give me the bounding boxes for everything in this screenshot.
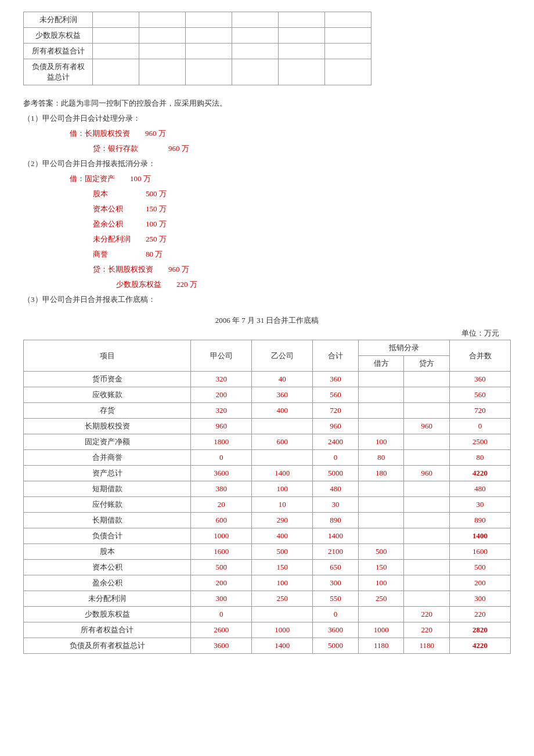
top-row-label: 少数股东权益 (24, 28, 93, 44)
row-cell (404, 544, 450, 560)
table-row: 资产总计3600140050001809604220 (24, 466, 511, 481)
dai2-2: 少数股东权益 220 万 (23, 277, 511, 292)
table-row: 少数股东权益00220220 (24, 607, 511, 622)
row-cell: 2820 (450, 622, 511, 638)
row-cell: 720 (313, 403, 359, 419)
top-row-cell (139, 59, 186, 85)
row-item-label: 存货 (24, 403, 191, 419)
col-header-combined: 合并数 (450, 340, 511, 372)
row-cell: 10 (252, 497, 313, 513)
top-row-cell (186, 12, 232, 28)
row-cell: 960 (191, 419, 252, 434)
row-cell: 80 (358, 450, 404, 466)
row-cell: 1000 (358, 622, 404, 638)
row-cell: 560 (313, 387, 359, 403)
top-row-cell (93, 59, 139, 85)
row-cell: 30 (313, 497, 359, 513)
top-row-cell (186, 44, 232, 59)
top-row-cell (325, 59, 371, 85)
row-cell: 1000 (252, 622, 313, 638)
row-cell: 20 (191, 497, 252, 513)
row-cell: 4220 (450, 466, 511, 481)
table-row: 负债及所有者权益总计360014005000118011804220 (24, 638, 511, 654)
row-cell: 200 (450, 575, 511, 591)
row-cell: 220 (404, 607, 450, 622)
row-cell (358, 528, 404, 544)
table-row: 存货320400720720 (24, 403, 511, 419)
row-cell (358, 403, 404, 419)
row-cell: 300 (313, 575, 359, 591)
row-cell: 650 (313, 560, 359, 575)
row-cell: 550 (313, 591, 359, 607)
row-item-label: 少数股东权益 (24, 607, 191, 622)
row-cell (404, 387, 450, 403)
row-cell: 1400 (313, 528, 359, 544)
row-item-label: 盈余公积 (24, 575, 191, 591)
row-item-label: 资本公积 (24, 560, 191, 575)
top-row-cell (325, 28, 371, 44)
work-table: 项目 甲公司 乙公司 合计 抵销分录 合并数 借方 贷方 货币资金3204036… (23, 340, 511, 654)
row-cell: 100 (358, 434, 404, 450)
top-row-label: 负债及所有者权益总计 (24, 59, 93, 85)
table-row: 负债合计100040014001400 (24, 528, 511, 544)
row-cell: 0 (313, 450, 359, 466)
answer-section: 参考答案：此题为非同一控制下的控股合并，应采用购买法。 （1）甲公司合并日会计处… (23, 96, 511, 307)
row-cell: 250 (358, 591, 404, 607)
row-cell (404, 372, 450, 387)
row-cell: 40 (252, 372, 313, 387)
top-row-cell (232, 59, 279, 85)
row-cell: 500 (191, 560, 252, 575)
row-cell: 960 (404, 466, 450, 481)
row-item-label: 股本 (24, 544, 191, 560)
top-row-cell (139, 28, 186, 44)
row-cell (404, 513, 450, 528)
top-row-cell (139, 44, 186, 59)
row-cell (404, 497, 450, 513)
top-row-cell (93, 44, 139, 59)
jie2-1: 借：固定资产 100 万 (23, 171, 511, 186)
top-row-cell (325, 12, 371, 28)
row-cell (358, 387, 404, 403)
col-header-item: 项目 (24, 340, 191, 372)
top-row-cell (232, 12, 279, 28)
row-cell (358, 513, 404, 528)
row-cell: 960 (313, 419, 359, 434)
row-cell (404, 450, 450, 466)
row-cell: 300 (450, 591, 511, 607)
row-cell: 960 (404, 419, 450, 434)
row-item-label: 长期股权投资 (24, 419, 191, 434)
col-header-jia: 甲公司 (191, 340, 252, 372)
row-cell: 1400 (252, 638, 313, 654)
row-item-label: 资产总计 (24, 466, 191, 481)
row-cell: 480 (313, 481, 359, 497)
jie1: 借：长期股权投资 960 万 (23, 126, 511, 141)
row-cell: 480 (450, 481, 511, 497)
row-cell: 1600 (450, 544, 511, 560)
top-row-label: 所有者权益合计 (24, 44, 93, 59)
row-cell: 180 (358, 466, 404, 481)
row-cell: 0 (191, 450, 252, 466)
row-cell (252, 450, 313, 466)
table-row: 所有者权益合计26001000360010002202820 (24, 622, 511, 638)
row-cell: 290 (252, 513, 313, 528)
row-cell: 320 (191, 403, 252, 419)
dai1: 贷：银行存款 960 万 (23, 141, 511, 156)
row-cell: 1400 (450, 528, 511, 544)
row-cell: 0 (191, 607, 252, 622)
row-cell: 600 (191, 513, 252, 528)
row-cell: 1180 (404, 638, 450, 654)
jie2-5: 未分配利润 250 万 (23, 232, 511, 247)
row-cell (404, 481, 450, 497)
row-cell: 30 (450, 497, 511, 513)
row-cell (404, 575, 450, 591)
row-cell: 2100 (313, 544, 359, 560)
jie2-4: 盈余公积 100 万 (23, 217, 511, 232)
row-cell (252, 419, 313, 434)
row-cell (404, 560, 450, 575)
top-table: 未分配利润少数股东权益所有者权益合计负债及所有者权益总计 (23, 12, 371, 85)
section1-title: （1）甲公司合并日会计处理分录： (23, 111, 511, 126)
row-cell: 0 (450, 419, 511, 434)
table-row: 应付账款20103030 (24, 497, 511, 513)
row-cell: 80 (450, 450, 511, 466)
table-row: 短期借款380100480480 (24, 481, 511, 497)
